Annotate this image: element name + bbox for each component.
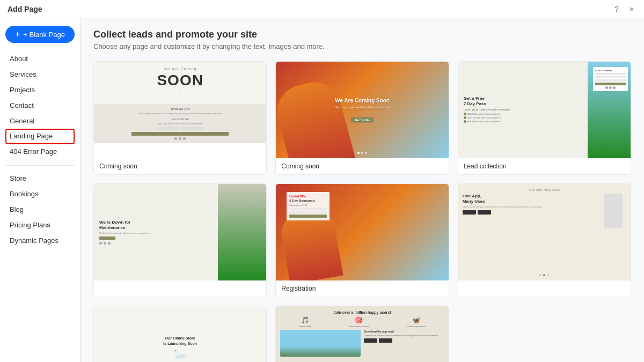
sidebar-item-projects[interactable]: Projects <box>5 83 75 98</box>
nav-section-bottom: Store Bookings Blog Pricing Plans Dynami… <box>5 171 75 248</box>
header-actions: ? × <box>612 4 636 14</box>
content-header: Collect leads and promote your site Choo… <box>93 29 631 50</box>
blank-page-button[interactable]: + + Blank Page <box>5 26 75 43</box>
sidebar-item-dynamic-pages[interactable]: Dynamic Pages <box>5 233 75 249</box>
plus-icon: + <box>15 29 20 39</box>
content-area: Collect leads and promote your site Choo… <box>80 18 644 362</box>
header: Add Page ? × <box>0 0 644 18</box>
sidebar-item-blog[interactable]: Blog <box>5 202 75 218</box>
template-label <box>94 280 266 289</box>
sidebar-item-404[interactable]: 404 Error Page <box>5 144 75 160</box>
sidebar-item-about[interactable]: About <box>5 51 75 67</box>
template-card-maintenance[interactable]: We're Down forMaintenance We'll be back … <box>93 183 267 297</box>
template-card-registration[interactable]: Limited Offer: 5 Day Bootcamp Starting f… <box>275 183 449 297</box>
template-card-coming-soon-2[interactable]: We Are Coming SoonSign up to get notifie… <box>275 61 449 175</box>
content-title: Collect leads and promote your site <box>93 29 631 40</box>
content-subtitle: Choose any page and customize it by chan… <box>93 42 631 50</box>
close-icon[interactable]: × <box>627 4 636 14</box>
template-label: Registration <box>276 280 448 297</box>
nav-section-top: About Services Projects Contact General … <box>5 51 75 160</box>
header-title: Add Page <box>8 5 42 13</box>
template-card-community[interactable]: Join over a million happy users! 🎵 Simpl… <box>275 306 449 362</box>
template-label <box>458 280 631 289</box>
template-card-coming-soon-1[interactable]: We Are Coming SOON Who We Are This is a … <box>93 61 267 175</box>
sidebar-item-store[interactable]: Store <box>5 171 75 187</box>
templates-grid: We Are Coming SOON Who We Are This is a … <box>93 61 631 362</box>
sidebar-item-general[interactable]: General <box>5 114 75 129</box>
sidebar: + + Blank Page About Services Projects C… <box>0 18 80 362</box>
template-label: Coming soon <box>276 158 448 174</box>
sidebar-item-contact[interactable]: Contact <box>5 98 75 114</box>
template-label: Coming soon <box>94 158 266 174</box>
template-card-app-promo[interactable]: One App, Many Uses One App,Many Uses Get… <box>458 183 631 297</box>
help-icon[interactable]: ? <box>612 4 621 14</box>
sidebar-item-pricing-plans[interactable]: Pricing Plans <box>5 218 75 233</box>
template-card-lead-collection[interactable]: Get a Free7 Day Pass Lorem ipsum dolor s… <box>458 61 631 175</box>
blank-page-label: + Blank Page <box>23 31 65 39</box>
sidebar-item-bookings[interactable]: Bookings <box>5 187 75 202</box>
sidebar-item-landing-page[interactable]: Landing Page <box>5 129 75 144</box>
template-label: Lead collection <box>458 158 631 174</box>
nav-divider <box>5 165 75 166</box>
template-card-launch-soon[interactable]: Our Online StoreIs Launching Soon 🦢 Sign… <box>93 306 267 362</box>
sidebar-item-services[interactable]: Services <box>5 67 75 83</box>
